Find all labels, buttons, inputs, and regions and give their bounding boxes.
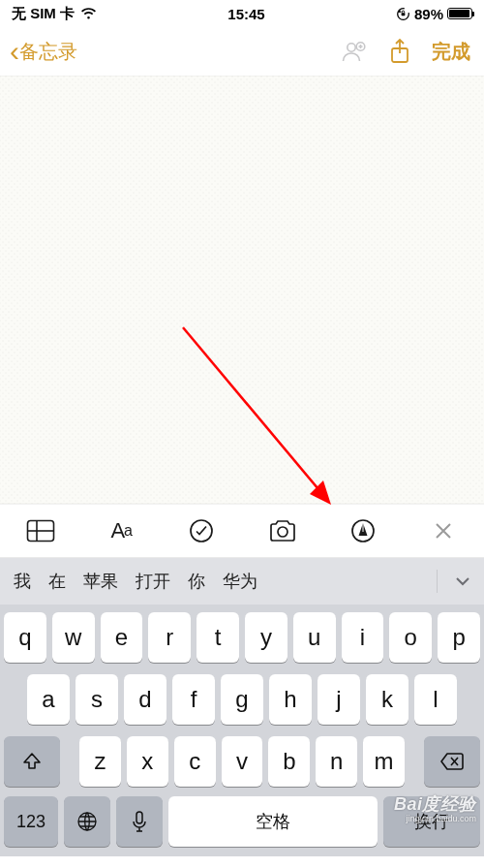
checkmark-circle-icon <box>189 518 214 543</box>
camera-button[interactable] <box>263 512 302 550</box>
back-button[interactable]: ‹ 备忘录 <box>10 37 77 66</box>
divider <box>437 570 438 593</box>
key-e[interactable]: e <box>101 612 143 663</box>
mic-icon <box>132 810 147 833</box>
collaborate-button[interactable] <box>333 32 374 71</box>
key-d[interactable]: d <box>124 674 166 725</box>
key-r[interactable]: r <box>148 612 191 663</box>
space-key[interactable]: 空格 <box>168 796 378 847</box>
back-label: 备忘录 <box>19 39 77 65</box>
chevron-down-icon <box>455 576 470 586</box>
rotation-lock-icon <box>396 7 410 21</box>
key-i[interactable]: i <box>342 612 384 663</box>
battery-icon <box>447 8 472 19</box>
watermark-sub: jingyan.baidu.com <box>394 814 476 823</box>
delete-key[interactable] <box>424 736 480 787</box>
key-x[interactable]: x <box>127 736 168 787</box>
key-y[interactable]: y <box>245 612 287 663</box>
svg-line-5 <box>183 327 323 495</box>
key-g[interactable]: g <box>221 674 263 725</box>
key-v[interactable]: v <box>222 736 263 787</box>
share-icon <box>389 38 410 65</box>
key-o[interactable]: o <box>389 612 432 663</box>
svg-point-2 <box>348 44 355 51</box>
watermark: Bai度经验 jingyan.baidu.com <box>394 792 476 823</box>
key-p[interactable]: p <box>438 612 480 663</box>
key-w[interactable]: w <box>52 612 95 663</box>
key-t[interactable]: t <box>197 612 239 663</box>
numbers-key[interactable]: 123 <box>4 796 58 847</box>
key-z[interactable]: z <box>79 736 121 787</box>
suggestion-item[interactable]: 华为 <box>219 566 261 597</box>
svg-marker-6 <box>310 480 331 505</box>
done-button[interactable]: 完成 <box>432 39 470 65</box>
camera-icon <box>268 519 297 542</box>
key-c[interactable]: c <box>174 736 216 787</box>
suggestion-item[interactable]: 你 <box>184 566 209 597</box>
key-h[interactable]: h <box>269 674 312 725</box>
key-s[interactable]: s <box>76 674 118 725</box>
globe-key[interactable] <box>64 796 110 847</box>
dictation-key[interactable] <box>116 796 163 847</box>
key-u[interactable]: u <box>293 612 336 663</box>
format-a-large: A <box>110 518 124 543</box>
key-b[interactable]: b <box>268 736 310 787</box>
svg-rect-15 <box>136 812 142 823</box>
close-icon <box>434 521 453 541</box>
expand-suggestions-button[interactable] <box>447 576 478 586</box>
wifi-icon <box>80 8 97 20</box>
chevron-left-icon: ‹ <box>10 37 19 66</box>
table-button[interactable] <box>21 512 60 550</box>
share-button[interactable] <box>379 32 420 71</box>
watermark-main: Bai度经验 <box>394 792 476 816</box>
key-l[interactable]: l <box>414 674 457 725</box>
key-j[interactable]: j <box>318 674 360 725</box>
person-add-icon <box>340 40 367 63</box>
suggestion-item[interactable]: 苹果 <box>79 566 122 597</box>
shift-key[interactable] <box>4 736 60 787</box>
shift-icon <box>21 751 43 772</box>
key-n[interactable]: n <box>316 736 357 787</box>
suggestion-item[interactable]: 打开 <box>132 566 174 597</box>
battery-pct: 89% <box>414 6 443 22</box>
suggestion-bar: 我 在 苹果 打开 你 华为 <box>0 558 484 604</box>
key-q[interactable]: q <box>4 612 46 663</box>
annotation-arrow <box>178 323 343 516</box>
toolbar-close-button[interactable] <box>424 512 463 550</box>
clock: 15:45 <box>227 6 264 22</box>
globe-icon <box>76 811 98 832</box>
key-k[interactable]: k <box>366 674 408 725</box>
format-a-small: a <box>124 522 132 540</box>
markup-button[interactable] <box>344 512 382 550</box>
suggestion-item[interactable]: 在 <box>45 566 70 597</box>
checklist-button[interactable] <box>182 512 221 550</box>
key-f[interactable]: f <box>172 674 215 725</box>
note-editor[interactable] <box>0 76 484 504</box>
carrier-label: 无 SIM 卡 <box>12 5 75 23</box>
delete-icon <box>439 752 465 771</box>
key-a[interactable]: a <box>27 674 70 725</box>
key-m[interactable]: m <box>363 736 405 787</box>
pen-circle-icon <box>350 518 376 543</box>
table-icon <box>26 519 55 542</box>
svg-rect-1 <box>402 13 406 16</box>
text-format-button[interactable]: Aa <box>102 512 140 550</box>
suggestion-item[interactable]: 我 <box>10 566 35 597</box>
svg-point-11 <box>278 527 287 537</box>
